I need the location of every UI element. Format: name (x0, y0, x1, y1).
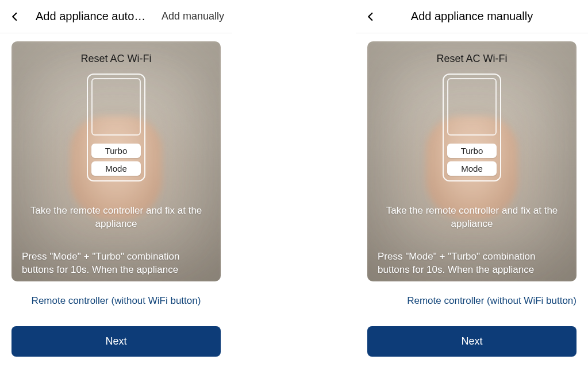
remote-turbo-button: Turbo (91, 144, 141, 158)
screen-auto: Add appliance auto… Add manually Reset A… (0, 0, 232, 371)
instruction-text-1: Take the remote controller and fix at th… (376, 204, 567, 231)
page-title: Add appliance auto… (36, 10, 145, 23)
remote-screen-outline (91, 78, 141, 136)
instruction-text-2: Press "Mode" + "Turbo" combination butto… (21, 250, 212, 277)
remote-mode-button: Mode (91, 161, 141, 176)
add-manually-link[interactable]: Add manually (162, 10, 224, 22)
back-button[interactable] (8, 10, 22, 24)
remote-illustration: Turbo Mode (443, 74, 501, 181)
no-wifi-button-link[interactable]: Remote controller (without WiFi button) (32, 295, 201, 306)
instruction-text-1: Take the remote controller and fix at th… (21, 204, 212, 231)
alt-link-row: Remote controller (without WiFi button) (356, 281, 588, 307)
card-title: Reset AC Wi-Fi (11, 41, 221, 65)
remote-screen-outline (447, 78, 497, 136)
header: Add appliance manually (356, 0, 588, 33)
instruction-card: Reset AC Wi-Fi Turbo Mode Take the remot… (11, 41, 221, 281)
chevron-left-icon (10, 11, 20, 22)
remote-buttons-group: Turbo Mode (447, 144, 497, 177)
remote-buttons-group: Turbo Mode (91, 144, 141, 177)
page-title: Add appliance manually (364, 10, 580, 23)
next-button[interactable]: Next (367, 326, 577, 357)
header: Add appliance auto… Add manually (0, 0, 232, 33)
remote-turbo-button: Turbo (447, 144, 497, 158)
alt-link-row: Remote controller (without WiFi button) (0, 281, 232, 307)
next-button[interactable]: Next (11, 326, 221, 357)
remote-mode-button: Mode (447, 161, 497, 176)
remote-illustration: Turbo Mode (87, 74, 145, 181)
card-title: Reset AC Wi-Fi (367, 41, 577, 65)
no-wifi-button-link[interactable]: Remote controller (without WiFi button) (407, 295, 577, 306)
instruction-text-2: Press "Mode" + "Turbo" combination butto… (376, 250, 567, 277)
instruction-card: Reset AC Wi-Fi Turbo Mode Take the remot… (367, 41, 577, 281)
screen-manual: Add appliance manually Reset AC Wi-Fi Tu… (356, 0, 588, 371)
